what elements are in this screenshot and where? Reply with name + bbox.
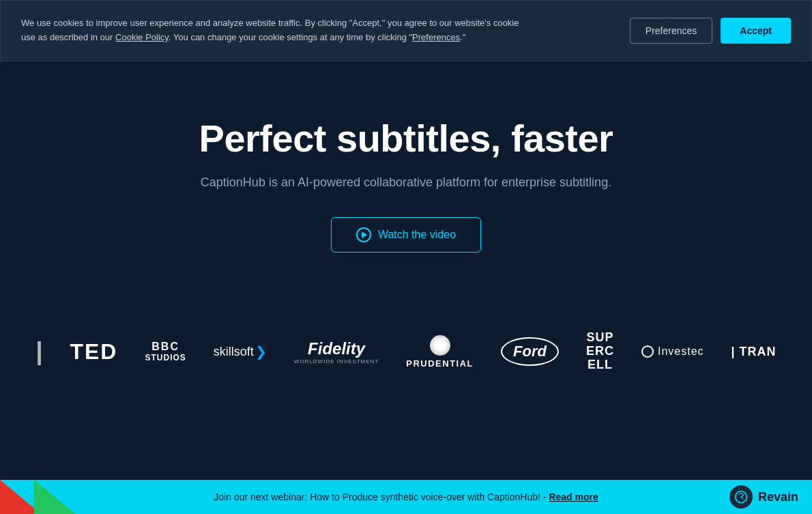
hero-title: Perfect subtitles, faster [199, 116, 613, 160]
cookie-message-after: . You can change your cookie settings at… [169, 32, 412, 42]
fidelity-main-text: Fidelity [308, 339, 365, 358]
logo-itran: | TRAN [718, 345, 790, 359]
revain-label: Revain [758, 490, 798, 504]
bottom-bar-decoration [0, 480, 82, 514]
cookie-text: We use cookies to improve user experienc… [21, 16, 526, 45]
investec-text: Investec [658, 345, 704, 358]
read-more-link[interactable]: Read more [549, 491, 598, 502]
cookie-message-end: ." [460, 32, 465, 42]
hero-subtitle: CaptionHub is an AI-powered collaborativ… [201, 175, 611, 190]
ted-logo-text: TED [70, 339, 117, 365]
logo-skillsoft: skillsoft❯ [200, 343, 280, 360]
logos-section: | TED BBC STUDIOS skillsoft❯ Fidelity WO… [0, 321, 812, 382]
prudential-icon [430, 335, 450, 356]
logo-bbc: BBC STUDIOS [131, 341, 199, 362]
bbc-bottom-text: STUDIOS [145, 353, 186, 362]
investec-circle-icon [641, 345, 654, 358]
revain-widget: Revain [729, 485, 798, 509]
cookie-banner: We use cookies to improve user experienc… [0, 0, 812, 61]
revain-icon [729, 485, 753, 509]
itran-text: | TRAN [731, 345, 777, 359]
preferences-button[interactable]: Preferences [630, 18, 712, 44]
bbc-top-text: BBC [151, 341, 179, 353]
skillsoft-arrow: ❯ [255, 343, 267, 360]
partial-logo-text: | [35, 337, 42, 366]
logo-ford: Ford [487, 337, 572, 366]
preferences-link[interactable]: Preferences [412, 32, 460, 42]
revain-svg-icon [734, 490, 748, 504]
cookie-policy-link[interactable]: Cookie Policy [115, 32, 169, 42]
webinar-text: Join our next webinar: How to Produce sy… [214, 491, 549, 502]
supercell-text-1: SUP [586, 331, 613, 345]
logo-investec: Investec [628, 345, 718, 358]
logo-partial: | [22, 337, 56, 366]
ford-text: Ford [513, 343, 547, 360]
bottom-bar-message: Join our next webinar: How to Produce sy… [214, 491, 598, 502]
supercell-text-2: ERC [586, 345, 614, 358]
logo-prudential: PRUDENTIAL [392, 335, 487, 369]
bottom-bar: Join our next webinar: How to Produce sy… [0, 480, 812, 514]
green-triangle [34, 480, 75, 514]
hero-section: Perfect subtitles, faster CaptionHub is … [0, 68, 812, 253]
logo-supercell: SUP ERC ELL [572, 331, 628, 371]
skillsoft-text: skillsoft [214, 345, 254, 359]
supercell-text-3: ELL [588, 358, 613, 372]
play-triangle-icon [362, 231, 367, 238]
watch-video-button[interactable]: Watch the video [331, 217, 481, 253]
logo-fidelity: Fidelity WORLDWIDE INVESTMENT [280, 339, 392, 365]
logo-ted: TED [56, 339, 131, 365]
accept-button[interactable]: Accept [721, 18, 791, 44]
cookie-buttons: Preferences Accept [630, 18, 791, 44]
watch-video-label: Watch the video [378, 229, 456, 241]
play-icon [356, 227, 371, 242]
fidelity-sub-text: WORLDWIDE INVESTMENT [294, 358, 379, 365]
prudential-text: PRUDENTIAL [406, 358, 474, 369]
